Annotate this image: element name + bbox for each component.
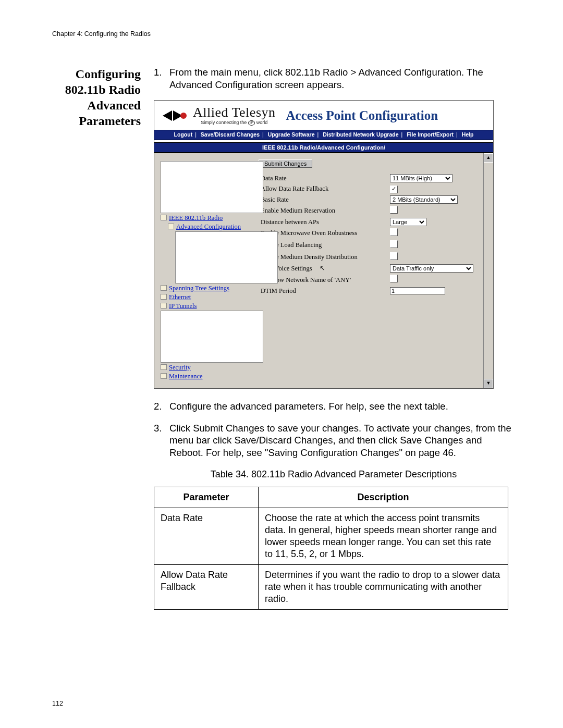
table-caption: Table 34. 802.11b Radio Advanced Paramet… [154, 468, 513, 480]
folder-icon [161, 364, 167, 370]
app-menubar: Logout| Save/Discard Changes| Upgrade So… [154, 130, 493, 139]
nav-inbound[interactable]: Inbound Filters [161, 231, 249, 283]
step-number: 1. [154, 66, 169, 91]
field-label: Allow Data Rate Fallback [259, 183, 388, 194]
nav-iptunnels[interactable]: IP Tunnels [161, 302, 249, 310]
nav-advanced[interactable]: Advanced Configuration [161, 223, 249, 231]
data-rate-select[interactable]: 11 MBits (High) [390, 174, 452, 182]
step-1: 1. From the main menu, click 802.11b Rad… [154, 66, 513, 91]
nav-80211b[interactable]: IEEE 802.11b Radio [161, 214, 249, 222]
section-title-line: Parameters [79, 114, 141, 128]
menu-help[interactable]: Help [462, 131, 474, 138]
load-bal-checkbox[interactable] [390, 240, 398, 248]
page-icon [161, 311, 263, 363]
nav-netmgmt[interactable]: Network Management [161, 311, 249, 363]
nav-tcpip[interactable]: TCP/IP Settings [161, 161, 249, 213]
field-label: Enable Microwave Oven Robustness [259, 227, 388, 239]
brand: Allied Telesyn Simply connecting the IP … [163, 106, 276, 126]
med-density-checkbox[interactable] [390, 252, 398, 260]
field-label: Data/Voice Settings ↖ [259, 263, 388, 274]
folder-icon [161, 285, 167, 291]
folder-icon [161, 303, 167, 309]
menu-import[interactable]: File Import/Export [407, 131, 454, 138]
step-3: 3. Click Submit Changes to save your cha… [154, 422, 513, 459]
field-label: Enable Medium Reservation [259, 205, 388, 217]
menu-logout[interactable]: Logout [174, 131, 193, 138]
folder-icon [161, 215, 167, 220]
step-2: 2. Configure the advanced parameters. Fo… [154, 400, 513, 413]
param-cell: Allow Data Rate Fallback [154, 564, 259, 609]
folder-icon [161, 373, 167, 379]
nav-tree: TCP/IP Settings IEEE 802.11b Radio Advan… [154, 153, 253, 388]
field-label: Basic Rate [259, 194, 388, 205]
section-title-line: 802.11b Radio [65, 83, 141, 96]
cursor-icon: ↖ [314, 264, 325, 272]
data-voice-select[interactable]: Data Traffic only [390, 264, 473, 273]
row-disallow-any: Disallow Network Name of 'ANY' [259, 274, 481, 286]
dtim-input[interactable] [390, 287, 445, 294]
desc-cell: Choose the rate at which the access poin… [259, 508, 508, 564]
brand-tagline: Simply connecting the IP world [193, 120, 276, 126]
row-basic-rate: Basic Rate 2 MBits (Standard) [259, 194, 481, 205]
folder-icon [161, 294, 167, 300]
running-header: Chapter 4: Configuring the Radios [52, 30, 513, 38]
col-header-description: Description [259, 487, 508, 508]
table-row: Data Rate Choose the rate at which the a… [154, 508, 508, 564]
menu-upgrade[interactable]: Upgrade Software [268, 131, 315, 138]
microwave-checkbox[interactable] [390, 228, 398, 236]
row-load-bal: Enable Load Balancing [259, 239, 481, 251]
nav-ethernet[interactable]: Ethernet [161, 293, 249, 301]
step-text: Configure the advanced parameters. For h… [169, 400, 513, 413]
row-data-voice: Data/Voice Settings ↖ Data Traffic only [259, 263, 481, 274]
nav-maint[interactable]: Maintenance [161, 372, 249, 380]
brand-logo-icon [163, 110, 190, 121]
folder-icon [168, 224, 174, 229]
param-cell: Data Rate [154, 508, 259, 564]
basic-rate-select[interactable]: 2 MBits (Standard) [390, 195, 458, 204]
param-desc-table: Parameter Description Data Rate Choose t… [154, 487, 508, 610]
step-number: 2. [154, 400, 169, 413]
form-area: Submit Changes Data Rate 11 MBits (High)… [253, 153, 493, 388]
menu-save[interactable]: Save/Discard Changes [201, 131, 260, 138]
desc-cell: Determines if you want the radio to drop… [259, 564, 508, 609]
row-allow-fallback: Allow Data Rate Fallback ✓ [259, 183, 481, 194]
col-header-parameter: Parameter [154, 487, 259, 508]
section-title: Configuring 802.11b Radio Advanced Param… [52, 66, 154, 129]
field-label: Disallow Network Name of 'ANY' [259, 274, 388, 286]
app-title: Access Point Configuration [286, 107, 438, 124]
nav-security[interactable]: Security [161, 363, 249, 372]
page-icon [175, 231, 278, 283]
step-text: Click Submit Changes to save your change… [169, 422, 513, 459]
row-microwave: Enable Microwave Oven Robustness [259, 227, 481, 239]
scroll-up-icon[interactable]: ▲ [484, 153, 493, 163]
field-label: Enable Load Balancing [259, 239, 388, 251]
page-number: 112 [52, 700, 63, 707]
row-medium-res: Enable Medium Reservation [259, 205, 481, 217]
section-title-line: Configuring [76, 67, 141, 81]
nav-spanning[interactable]: Spanning Tree Settings [161, 284, 249, 292]
field-label: Enable Medium Density Distribution [259, 251, 388, 263]
row-data-rate: Data Rate 11 MBits (High) [259, 173, 481, 183]
page-icon [161, 161, 263, 213]
field-label: DTIM Period [259, 286, 388, 296]
location-bar: IEEE 802.11b Radio/Advanced Configuratio… [154, 143, 493, 153]
scroll-down-icon[interactable]: ▼ [484, 379, 493, 388]
submit-changes-button[interactable]: Submit Changes [259, 159, 312, 168]
section-title-line: Advanced [87, 98, 141, 112]
step-number: 3. [154, 422, 169, 459]
row-med-density: Enable Medium Density Distribution [259, 251, 481, 263]
row-dtim: DTIM Period [259, 286, 481, 296]
distance-select[interactable]: Large [390, 218, 426, 226]
table-row: Allow Data Rate Fallback Determines if y… [154, 564, 508, 609]
app-header: Allied Telesyn Simply connecting the IP … [154, 101, 493, 130]
brand-name: Allied Telesyn [193, 106, 276, 119]
step-text: From the main menu, click 802.11b Radio … [169, 66, 513, 91]
row-distance: Distance between APs Large [259, 217, 481, 227]
field-label: Data Rate [259, 173, 388, 183]
allow-fallback-checkbox[interactable]: ✓ [390, 186, 398, 193]
disallow-any-checkbox[interactable] [390, 275, 398, 282]
vertical-scrollbar[interactable]: ▲ ▼ [483, 153, 493, 388]
medium-res-checkbox[interactable] [390, 206, 398, 214]
menu-dist[interactable]: Distributed Network Upgrade [323, 131, 398, 138]
app-window: Allied Telesyn Simply connecting the IP … [154, 100, 494, 389]
